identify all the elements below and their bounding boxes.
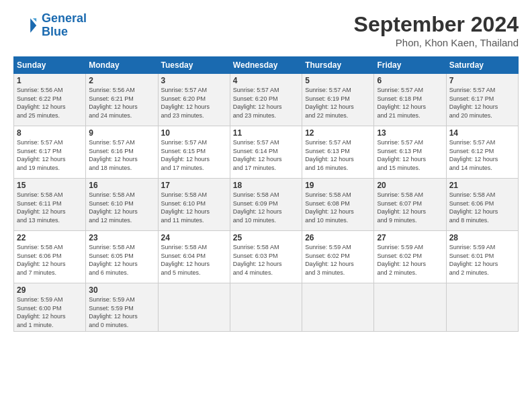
day-info: Sunrise: 5:57 AMSunset: 6:13 PMDaylight:… (377, 138, 443, 172)
logo-general: General (42, 11, 87, 25)
calendar-cell: 5Sunrise: 5:57 AMSunset: 6:19 PMDaylight… (302, 74, 374, 126)
day-number: 14 (449, 128, 515, 138)
calendar-cell: 13Sunrise: 5:57 AMSunset: 6:13 PMDayligh… (374, 126, 446, 179)
calendar-cell: 17Sunrise: 5:58 AMSunset: 6:10 PMDayligh… (158, 179, 230, 231)
calendar-cell: 30Sunrise: 5:59 AMSunset: 5:59 PMDayligh… (86, 283, 158, 332)
day-number: 8 (17, 128, 83, 138)
day-number: 2 (89, 76, 154, 85)
day-number: 30 (89, 285, 154, 295)
day-number: 29 (17, 285, 83, 295)
day-number: 3 (161, 76, 227, 85)
calendar-cell: 6Sunrise: 5:57 AMSunset: 6:18 PMDaylight… (374, 74, 446, 126)
day-number: 18 (233, 181, 299, 190)
day-info: Sunrise: 5:57 AMSunset: 6:16 PMDaylight:… (89, 138, 154, 172)
day-info: Sunrise: 5:59 AMSunset: 6:02 PMDaylight:… (377, 243, 443, 277)
day-number: 17 (161, 181, 227, 190)
header: General Blue September 2024 Phon, Khon K… (13, 12, 519, 48)
calendar-cell: 22Sunrise: 5:58 AMSunset: 6:06 PMDayligh… (14, 231, 86, 283)
day-number: 22 (17, 233, 83, 242)
calendar-cell (230, 283, 302, 332)
calendar-cell: 20Sunrise: 5:58 AMSunset: 6:07 PMDayligh… (374, 179, 446, 231)
day-info: Sunrise: 5:57 AMSunset: 6:18 PMDaylight:… (377, 86, 443, 120)
calendar-cell: 12Sunrise: 5:57 AMSunset: 6:13 PMDayligh… (302, 126, 374, 179)
weekday-sunday: Sunday (14, 57, 86, 74)
calendar-cell: 23Sunrise: 5:58 AMSunset: 6:05 PMDayligh… (86, 231, 158, 283)
calendar-week-1: 1Sunrise: 5:56 AMSunset: 6:22 PMDaylight… (14, 74, 519, 126)
calendar-cell: 3Sunrise: 5:57 AMSunset: 6:20 PMDaylight… (158, 74, 230, 126)
calendar-cell: 10Sunrise: 5:57 AMSunset: 6:15 PMDayligh… (158, 126, 230, 179)
calendar-cell: 1Sunrise: 5:56 AMSunset: 6:22 PMDaylight… (14, 74, 86, 126)
day-number: 23 (89, 233, 154, 242)
day-info: Sunrise: 5:57 AMSunset: 6:20 PMDaylight:… (161, 86, 227, 120)
day-number: 4 (233, 76, 299, 85)
day-number: 13 (377, 128, 443, 138)
day-info: Sunrise: 5:59 AMSunset: 6:00 PMDaylight:… (17, 295, 83, 329)
day-number: 27 (377, 233, 443, 242)
day-info: Sunrise: 5:58 AMSunset: 6:05 PMDaylight:… (89, 243, 154, 277)
calendar-cell: 2Sunrise: 5:56 AMSunset: 6:21 PMDaylight… (86, 74, 158, 126)
calendar-cell: 9Sunrise: 5:57 AMSunset: 6:16 PMDaylight… (86, 126, 158, 179)
day-number: 26 (305, 233, 371, 242)
weekday-wednesday: Wednesday (230, 57, 302, 74)
location: Phon, Khon Kaen, Thailand (354, 37, 519, 48)
day-info: Sunrise: 5:58 AMSunset: 6:03 PMDaylight:… (233, 243, 299, 277)
calendar-cell: 24Sunrise: 5:58 AMSunset: 6:04 PMDayligh… (158, 231, 230, 283)
calendar-table: SundayMondayTuesdayWednesdayThursdayFrid… (13, 56, 519, 332)
day-number: 11 (233, 128, 299, 138)
day-info: Sunrise: 5:57 AMSunset: 6:13 PMDaylight:… (305, 138, 371, 172)
day-number: 15 (17, 181, 83, 190)
day-number: 20 (377, 181, 443, 190)
day-info: Sunrise: 5:57 AMSunset: 6:20 PMDaylight:… (233, 86, 299, 120)
calendar-week-5: 29Sunrise: 5:59 AMSunset: 6:00 PMDayligh… (14, 283, 519, 332)
day-info: Sunrise: 5:59 AMSunset: 6:02 PMDaylight:… (305, 243, 371, 277)
calendar-week-2: 8Sunrise: 5:57 AMSunset: 6:17 PMDaylight… (14, 126, 519, 179)
calendar-week-3: 15Sunrise: 5:58 AMSunset: 6:11 PMDayligh… (14, 179, 519, 231)
logo-blue: Blue (42, 25, 68, 38)
day-info: Sunrise: 5:57 AMSunset: 6:14 PMDaylight:… (233, 138, 299, 172)
day-number: 16 (89, 181, 154, 190)
calendar-cell: 7Sunrise: 5:57 AMSunset: 6:17 PMDaylight… (446, 74, 518, 126)
calendar-cell (302, 283, 374, 332)
weekday-monday: Monday (86, 57, 158, 74)
day-info: Sunrise: 5:59 AMSunset: 5:59 PMDaylight:… (89, 295, 154, 329)
day-info: Sunrise: 5:57 AMSunset: 6:12 PMDaylight:… (449, 138, 515, 172)
calendar-cell: 27Sunrise: 5:59 AMSunset: 6:02 PMDayligh… (374, 231, 446, 283)
weekday-header-row: SundayMondayTuesdayWednesdayThursdayFrid… (14, 57, 519, 74)
month-title: September 2024 (354, 12, 519, 37)
calendar-cell: 4Sunrise: 5:57 AMSunset: 6:20 PMDaylight… (230, 74, 302, 126)
day-info: Sunrise: 5:58 AMSunset: 6:06 PMDaylight:… (449, 191, 515, 224)
calendar-cell: 21Sunrise: 5:58 AMSunset: 6:06 PMDayligh… (446, 179, 518, 231)
calendar-cell: 14Sunrise: 5:57 AMSunset: 6:12 PMDayligh… (446, 126, 518, 179)
day-number: 10 (161, 128, 227, 138)
calendar-cell: 11Sunrise: 5:57 AMSunset: 6:14 PMDayligh… (230, 126, 302, 179)
calendar-cell: 29Sunrise: 5:59 AMSunset: 6:00 PMDayligh… (14, 283, 86, 332)
day-info: Sunrise: 5:56 AMSunset: 6:21 PMDaylight:… (89, 86, 154, 120)
logo: General Blue (13, 12, 87, 39)
day-info: Sunrise: 5:58 AMSunset: 6:10 PMDaylight:… (89, 191, 154, 224)
logo-icon (13, 13, 38, 38)
calendar-cell: 18Sunrise: 5:58 AMSunset: 6:09 PMDayligh… (230, 179, 302, 231)
day-number: 21 (449, 181, 515, 190)
day-info: Sunrise: 5:57 AMSunset: 6:17 PMDaylight:… (449, 86, 515, 120)
day-info: Sunrise: 5:58 AMSunset: 6:10 PMDaylight:… (161, 191, 227, 224)
calendar-cell (374, 283, 446, 332)
calendar-cell: 25Sunrise: 5:58 AMSunset: 6:03 PMDayligh… (230, 231, 302, 283)
calendar-cell: 8Sunrise: 5:57 AMSunset: 6:17 PMDaylight… (14, 126, 86, 179)
day-info: Sunrise: 5:58 AMSunset: 6:08 PMDaylight:… (305, 191, 371, 224)
day-number: 12 (305, 128, 371, 138)
weekday-tuesday: Tuesday (158, 57, 230, 74)
day-number: 5 (305, 76, 371, 85)
day-info: Sunrise: 5:57 AMSunset: 6:15 PMDaylight:… (161, 138, 227, 172)
calendar-cell: 28Sunrise: 5:59 AMSunset: 6:01 PMDayligh… (446, 231, 518, 283)
weekday-saturday: Saturday (446, 57, 518, 74)
title-block: September 2024 Phon, Khon Kaen, Thailand (354, 12, 519, 48)
day-number: 28 (449, 233, 515, 242)
day-number: 19 (305, 181, 371, 190)
weekday-friday: Friday (374, 57, 446, 74)
day-number: 25 (233, 233, 299, 242)
day-info: Sunrise: 5:58 AMSunset: 6:06 PMDaylight:… (17, 243, 83, 277)
day-info: Sunrise: 5:56 AMSunset: 6:22 PMDaylight:… (17, 86, 83, 120)
logo-text: General Blue (42, 12, 87, 39)
calendar-cell: 26Sunrise: 5:59 AMSunset: 6:02 PMDayligh… (302, 231, 374, 283)
day-info: Sunrise: 5:58 AMSunset: 6:11 PMDaylight:… (17, 191, 83, 224)
